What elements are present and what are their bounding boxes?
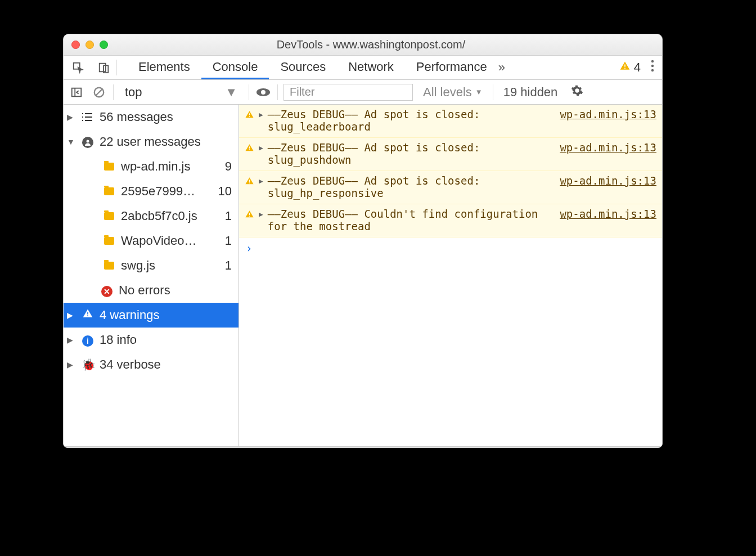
titlebar: DevTools - www.washingtonpost.com/ — [64, 34, 662, 56]
svg-rect-29 — [249, 213, 250, 215]
log-source-link[interactable]: wp-ad.min.js:13 — [560, 141, 656, 154]
warnings-label: 4 warnings — [100, 308, 238, 322]
log-source-link[interactable]: wp-ad.min.js:13 — [560, 174, 656, 187]
expand-icon[interactable]: ▶ — [259, 210, 263, 218]
svg-rect-1 — [100, 64, 106, 72]
log-source-link[interactable]: wp-ad.min.js:13 — [560, 108, 656, 120]
tab-network[interactable]: Network — [337, 56, 405, 79]
sidebar-file-item[interactable]: 2595e7999…10 — [64, 179, 238, 204]
sidebar-item-user-messages[interactable]: ▼ 22 user messages — [64, 129, 238, 154]
hidden-messages-count[interactable]: 19 hidden — [499, 85, 562, 100]
tab-sources[interactable]: Sources — [269, 56, 337, 79]
context-selector[interactable]: top ▼ — [119, 85, 243, 100]
warning-triangle-icon — [619, 60, 631, 75]
user-icon — [82, 134, 94, 149]
window-controls — [71, 41, 108, 49]
sidebar-item-errors[interactable]: ✕ No errors — [64, 278, 238, 303]
sidebar-item-info[interactable]: ▶ i 18 info — [64, 328, 238, 352]
info-label: 18 info — [100, 333, 238, 347]
gear-icon[interactable] — [568, 84, 587, 100]
chevron-down-icon: ▼ — [475, 88, 483, 96]
svg-rect-21 — [87, 312, 88, 315]
close-window-icon[interactable] — [71, 41, 80, 49]
file-name: 2abcb5f7c0.js — [121, 209, 219, 223]
svg-point-13 — [261, 90, 266, 95]
info-icon: i — [82, 333, 94, 347]
divider — [277, 84, 278, 100]
tab-performance[interactable]: Performance — [405, 56, 498, 79]
levels-label: All levels — [423, 85, 472, 100]
divider — [493, 84, 493, 100]
sidebar-item-warnings[interactable]: ▶ 4 warnings — [64, 303, 238, 328]
svg-point-6 — [651, 65, 654, 67]
log-message: ––Zeus DEBUG–– Ad spot is closed: slug_l… — [268, 108, 556, 133]
log-row[interactable]: ▶ ––Zeus DEBUG–– Ad spot is closed: slug… — [239, 105, 662, 138]
sidebar-file-item[interactable]: swg.js1 — [64, 253, 238, 278]
svg-rect-28 — [249, 182, 250, 183]
window-title: DevTools - www.washingtonpost.com/ — [108, 38, 634, 51]
tab-elements[interactable]: Elements — [127, 56, 201, 79]
svg-rect-30 — [249, 216, 250, 216]
log-row[interactable]: ▶ ––Zeus DEBUG–– Ad spot is closed: slug… — [239, 138, 662, 171]
verbose-label: 34 verbose — [100, 357, 238, 372]
file-name: 2595e7999… — [121, 184, 213, 199]
settings-menu-icon[interactable] — [651, 60, 654, 75]
log-levels-selector[interactable]: All levels ▼ — [418, 85, 487, 100]
log-row[interactable]: ▶ ––Zeus DEBUG–– Couldn't find configura… — [239, 204, 662, 237]
errors-label: No errors — [119, 283, 238, 298]
warning-triangle-icon — [245, 209, 254, 221]
live-expression-icon[interactable] — [255, 84, 272, 101]
expand-icon: ▶ — [67, 113, 76, 122]
zoom-window-icon[interactable] — [100, 41, 108, 49]
svg-point-20 — [87, 140, 89, 143]
select-element-icon[interactable] — [71, 61, 85, 74]
sidebar-file-item[interactable]: wp-ad.min.js9 — [64, 154, 238, 179]
expand-icon: ▶ — [67, 335, 76, 344]
warnings-indicator[interactable]: 4 — [619, 60, 641, 75]
sidebar-toggle-icon[interactable] — [68, 84, 85, 101]
log-source-link[interactable]: wp-ad.min.js:13 — [560, 208, 656, 220]
minimize-window-icon[interactable] — [86, 41, 94, 49]
expand-icon[interactable]: ▶ — [259, 110, 263, 119]
more-tabs-icon[interactable]: » — [498, 60, 505, 75]
folder-icon — [103, 258, 115, 273]
file-name: wp-ad.min.js — [121, 159, 219, 174]
collapse-icon: ▼ — [67, 137, 76, 146]
file-name: WapoVideo… — [121, 234, 219, 248]
drawer-tab-console[interactable]: Console — [84, 447, 134, 448]
error-icon: ✕ — [101, 283, 113, 298]
list-icon — [82, 113, 94, 122]
log-message: ––Zeus DEBUG–– Ad spot is closed: slug_p… — [268, 141, 556, 166]
folder-icon — [103, 234, 115, 248]
divider — [249, 84, 249, 100]
clear-console-icon[interactable] — [91, 84, 107, 101]
sidebar-item-messages[interactable]: ▶ 56 messages — [64, 105, 238, 129]
console-prompt[interactable]: › — [239, 237, 662, 259]
console-body: ▶ 56 messages ▼ 22 user messages wp-ad.m… — [64, 105, 662, 446]
svg-rect-22 — [87, 315, 88, 316]
sidebar-item-verbose[interactable]: ▶ 🐞 34 verbose — [64, 352, 238, 377]
devtools-window: DevTools - www.washingtonpost.com/ Eleme… — [63, 34, 663, 448]
svg-rect-27 — [249, 180, 250, 182]
log-row[interactable]: ▶ ––Zeus DEBUG–– Ad spot is closed: slug… — [239, 171, 662, 204]
sidebar-file-item[interactable]: 2abcb5f7c0.js1 — [64, 204, 238, 228]
chevron-down-icon: ▼ — [225, 85, 237, 100]
svg-rect-3 — [624, 65, 626, 67]
svg-point-5 — [651, 60, 654, 62]
expand-icon[interactable]: ▶ — [259, 144, 263, 152]
sidebar-file-item[interactable]: WapoVideo…1 — [64, 228, 238, 253]
file-count: 1 — [225, 209, 232, 223]
filter-input[interactable] — [284, 84, 413, 101]
context-value: top — [125, 85, 142, 100]
tab-console[interactable]: Console — [201, 56, 269, 79]
file-count: 1 — [225, 258, 232, 273]
svg-rect-24 — [249, 116, 250, 116]
folder-icon — [103, 209, 115, 223]
log-message: ––Zeus DEBUG–– Ad spot is closed: slug_h… — [268, 174, 556, 199]
svg-point-7 — [651, 69, 654, 71]
drawer: Console ✕ — [64, 446, 662, 448]
expand-icon[interactable]: ▶ — [259, 177, 263, 185]
main-toolbar: Elements Console Sources Network Perform… — [64, 56, 662, 80]
device-toolbar-icon[interactable] — [97, 61, 111, 74]
divider — [113, 84, 114, 100]
